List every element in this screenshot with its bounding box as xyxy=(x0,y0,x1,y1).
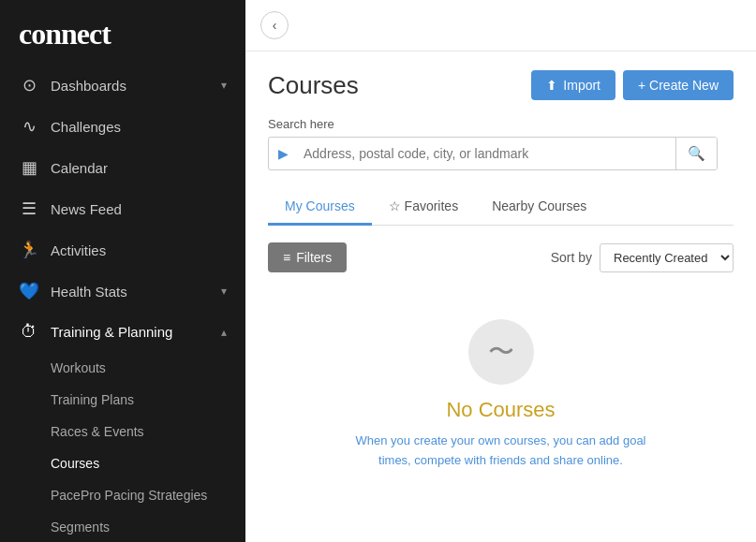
sort-select[interactable]: Recently Created Name Distance xyxy=(600,243,734,272)
sidebar-item-healthstats[interactable]: 💙 Health Stats ▾ xyxy=(0,271,245,312)
chevron-down-icon: ▾ xyxy=(221,79,227,92)
sidebar-item-label: Health Stats xyxy=(51,284,210,300)
training-submenu: Workouts Training Plans Races & Events C… xyxy=(0,352,245,542)
calendar-icon: ▦ xyxy=(19,157,39,178)
tab-nearby-courses[interactable]: Nearby Courses xyxy=(475,189,603,226)
create-new-button[interactable]: + Create New xyxy=(623,70,734,100)
sidebar-item-label: Dashboards xyxy=(51,78,210,94)
sort-row: Sort by Recently Created Name Distance xyxy=(551,243,734,272)
sidebar-item-segments[interactable]: Segments xyxy=(0,511,245,542)
header-buttons: ⬆ Import + Create New xyxy=(531,70,734,100)
page-title: Courses xyxy=(268,71,359,100)
empty-state-description: When you create your own courses, you ca… xyxy=(342,432,660,471)
newsfeed-icon: ☰ xyxy=(19,198,39,219)
activities-icon: 🏃 xyxy=(19,240,39,260)
tabs: My Courses ☆ Favorites Nearby Courses xyxy=(268,189,734,226)
sidebar-item-label: Activities xyxy=(51,242,227,258)
sidebar-item-dashboards[interactable]: ⊙ Dashboards ▾ xyxy=(0,65,245,106)
sidebar-item-calendar[interactable]: ▦ Calendar xyxy=(0,147,245,188)
filters-label: Filters xyxy=(296,250,332,265)
tab-my-courses[interactable]: My Courses xyxy=(268,189,372,226)
sidebar-item-races-events[interactable]: Races & Events xyxy=(0,416,245,447)
sidebar-item-label: Challenges xyxy=(51,119,227,135)
search-label: Search here xyxy=(268,117,734,131)
chevron-up-icon: ▴ xyxy=(221,326,227,339)
sidebar-item-label: News Feed xyxy=(51,201,227,217)
sidebar-item-pacepro[interactable]: PacePro Pacing Strategies xyxy=(0,479,245,511)
import-button[interactable]: ⬆ Import xyxy=(531,70,615,100)
filter-icon: ≡ xyxy=(283,250,290,265)
search-input[interactable] xyxy=(298,139,675,168)
content-header: Courses ⬆ Import + Create New xyxy=(268,70,734,100)
sidebar-item-newsfeed[interactable]: ☰ News Feed xyxy=(0,188,245,229)
location-icon: ▶ xyxy=(269,139,298,168)
sidebar-item-label: Calendar xyxy=(51,160,227,176)
dashboard-icon: ⊙ xyxy=(19,75,39,95)
import-icon: ⬆ xyxy=(546,78,557,93)
empty-state-title: No Courses xyxy=(446,398,555,422)
import-label: Import xyxy=(563,78,600,93)
search-box: ▶ 🔍 xyxy=(268,137,718,170)
main-content: ‹ Courses ⬆ Import + Create New Search h… xyxy=(245,0,756,542)
sidebar-item-workouts[interactable]: Workouts xyxy=(0,352,245,384)
sidebar: connect ⊙ Dashboards ▾ ∿ Challenges ▦ Ca… xyxy=(0,0,245,542)
empty-state-icon: 〜 xyxy=(468,319,534,385)
top-bar: ‹ xyxy=(245,0,756,51)
sidebar-item-activities[interactable]: 🏃 Activities xyxy=(0,229,245,271)
search-button[interactable]: 🔍 xyxy=(675,138,717,169)
healthstats-icon: 💙 xyxy=(19,281,39,301)
sidebar-item-training-plans[interactable]: Training Plans xyxy=(0,384,245,416)
courses-empty-icon: 〜 xyxy=(488,334,514,370)
content-area: Courses ⬆ Import + Create New Search her… xyxy=(245,51,756,542)
tab-favorites[interactable]: ☆ Favorites xyxy=(372,189,475,226)
sidebar-item-label: Training & Planning xyxy=(51,324,210,340)
filters-row: ≡ Filters Sort by Recently Created Name … xyxy=(268,242,734,272)
filters-button[interactable]: ≡ Filters xyxy=(268,242,347,272)
create-new-label: + Create New xyxy=(638,78,719,93)
training-icon: ⏱ xyxy=(19,322,39,342)
sidebar-item-courses[interactable]: Courses xyxy=(0,447,245,479)
sidebar-item-challenges[interactable]: ∿ Challenges xyxy=(0,106,245,147)
sidebar-item-training[interactable]: ⏱ Training & Planning ▴ xyxy=(0,312,245,352)
search-section: Search here ▶ 🔍 xyxy=(268,117,734,170)
chevron-down-icon: ▾ xyxy=(221,285,227,298)
back-button[interactable]: ‹ xyxy=(260,11,289,39)
empty-state: 〜 No Courses When you create your own co… xyxy=(268,300,734,480)
challenges-icon: ∿ xyxy=(19,116,39,137)
app-logo: connect xyxy=(0,0,245,65)
sort-label: Sort by xyxy=(551,250,592,265)
